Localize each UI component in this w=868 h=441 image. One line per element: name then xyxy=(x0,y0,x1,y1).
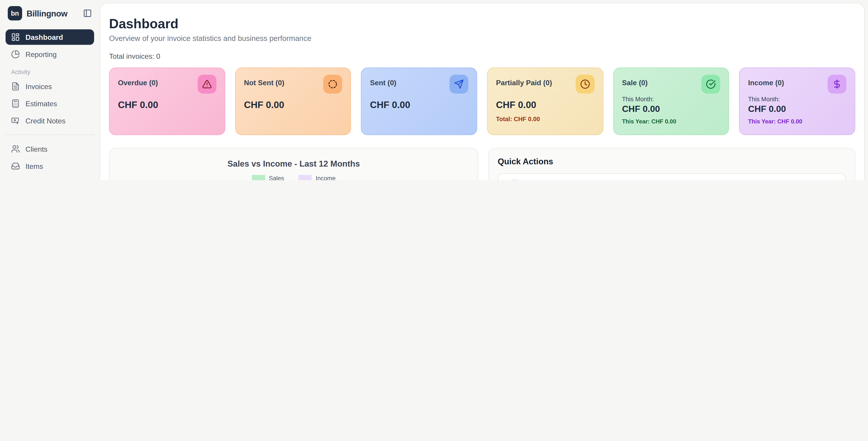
sidebar-item-label: Items xyxy=(26,162,43,170)
circle-check-icon xyxy=(702,75,720,94)
stat-amount: CHF 0.00 xyxy=(244,100,342,111)
sidebar-item-dashboard[interactable]: Dashboard xyxy=(5,29,94,45)
send-icon xyxy=(450,75,468,94)
file-text-icon xyxy=(505,179,524,180)
stat-amount: CHF 0.00 xyxy=(496,100,594,111)
stat-card-sale[interactable]: Sale (0) This Month: CHF 0.00 This Year:… xyxy=(613,68,729,135)
stat-this-month-label: This Month: xyxy=(748,96,846,102)
stat-label: Income (0) xyxy=(748,78,784,87)
page-subtitle: Overview of your invoice statistics and … xyxy=(109,34,855,43)
page-title: Dashboard xyxy=(109,16,855,32)
stat-card-overdue[interactable]: Overdue (0) CHF 0.00 xyxy=(109,68,225,135)
legend-label: Income xyxy=(315,175,336,180)
income-swatch xyxy=(299,175,312,180)
stat-this-year: This Year: CHF 0.00 xyxy=(622,118,720,125)
sidebar-item-invoices[interactable]: Invoices xyxy=(5,78,94,94)
dollar-sign-icon xyxy=(828,75,846,94)
brand-logo: bn xyxy=(8,6,22,21)
stat-label: Sale (0) xyxy=(622,78,648,87)
sidebar-item-reporting[interactable]: Reporting xyxy=(5,46,94,62)
manage-invoices-action[interactable]: Manage Invoices View and edit all invoic… xyxy=(498,174,846,180)
calculator-icon xyxy=(11,99,20,108)
legend-label: Sales xyxy=(269,175,284,180)
circle-dashed-icon xyxy=(323,75,342,94)
stat-this-year: This Year: CHF 0.00 xyxy=(748,118,846,125)
stat-amount: CHF 0.00 xyxy=(370,100,468,111)
quick-actions-title: Quick Actions xyxy=(498,157,846,166)
stat-cards-row: Overdue (0) CHF 0.00 Not Sent (0) CHF 0.… xyxy=(109,68,855,135)
main-content: Dashboard Overview of your invoice stati… xyxy=(100,3,865,180)
inbox-icon xyxy=(11,162,20,170)
sales-income-chart-panel: Sales vs Income - Last 12 Months Sales I… xyxy=(109,148,478,180)
stat-label: Sent (0) xyxy=(370,78,397,87)
stat-label: Not Sent (0) xyxy=(244,78,284,87)
sidebar-header: bn Billingnow xyxy=(0,0,100,27)
sidebar-item-clients[interactable]: Clients xyxy=(5,141,94,157)
stat-this-month-label: This Month: xyxy=(622,96,720,102)
brand-logo-text: bn xyxy=(11,9,19,17)
stat-card-income[interactable]: Income (0) This Month: CHF 0.00 This Yea… xyxy=(739,68,855,135)
sidebar-collapse-button[interactable] xyxy=(83,9,92,18)
users-icon xyxy=(11,145,20,153)
sidebar-item-label: Clients xyxy=(26,145,48,153)
stat-amount: CHF 0.00 xyxy=(622,104,720,114)
sidebar-item-label: Dashboard xyxy=(26,33,63,41)
sidebar-item-label: Estimates xyxy=(26,99,57,108)
stat-card-partially-paid[interactable]: Partially Paid (0) CHF 0.00 Total: CHF 0… xyxy=(487,68,603,135)
chart-legend: Sales Income xyxy=(110,175,478,180)
sidebar-item-label: Invoices xyxy=(26,82,52,91)
stat-card-not-sent[interactable]: Not Sent (0) CHF 0.00 xyxy=(235,68,351,135)
legend-item-sales[interactable]: Sales xyxy=(252,175,284,180)
credit-note-icon xyxy=(11,116,20,125)
sidebar-nav: Dashboard Reporting Activity Invoices Es… xyxy=(0,27,100,180)
stat-card-sent[interactable]: Sent (0) CHF 0.00 xyxy=(361,68,477,135)
stat-amount: CHF 0.00 xyxy=(748,104,846,114)
panels-row: Sales vs Income - Last 12 Months Sales I… xyxy=(109,148,855,180)
stat-label: Partially Paid (0) xyxy=(496,78,552,87)
stat-label: Overdue (0) xyxy=(118,78,158,87)
clock-icon xyxy=(576,75,594,94)
sidebar-item-estimates[interactable]: Estimates xyxy=(5,96,94,112)
brand-name: Billingnow xyxy=(27,8,68,18)
file-text-icon xyxy=(11,82,20,91)
pie-chart-icon xyxy=(11,50,20,59)
section-label-activity: Activity xyxy=(11,69,94,75)
panel-left-icon xyxy=(83,9,92,18)
alert-triangle-icon xyxy=(197,75,216,94)
sales-swatch xyxy=(252,175,265,180)
sidebar-item-credit-notes[interactable]: Credit Notes xyxy=(5,113,94,129)
sidebar-item-items[interactable]: Items xyxy=(5,158,94,174)
layout-dashboard-icon xyxy=(11,33,20,41)
sidebar-item-label: Credit Notes xyxy=(26,117,66,125)
chart-title: Sales vs Income - Last 12 Months xyxy=(110,159,478,168)
quick-actions-panel: Quick Actions Manage Invoices View and e… xyxy=(488,148,855,180)
app-window: bn Billingnow Dashboard Reporting Activi… xyxy=(0,0,868,180)
stat-total: Total: CHF 0.00 xyxy=(496,116,594,122)
legend-item-income[interactable]: Income xyxy=(299,175,336,180)
sidebar-item-label: Reporting xyxy=(26,50,57,59)
total-invoices: Total invoices: 0 xyxy=(109,52,855,60)
sidebar-divider xyxy=(5,134,94,135)
sidebar: bn Billingnow Dashboard Reporting Activi… xyxy=(0,0,100,180)
stat-amount: CHF 0.00 xyxy=(118,100,216,111)
